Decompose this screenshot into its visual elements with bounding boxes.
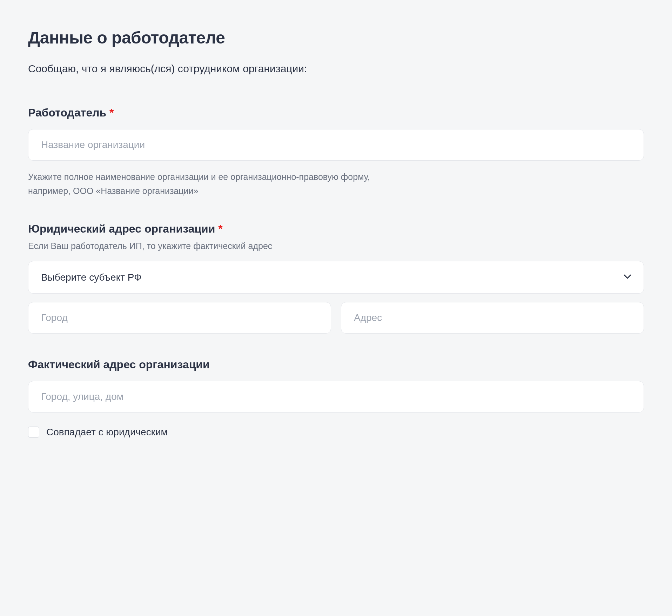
legal-address-sublabel: Если Ваш работодатель ИП, то укажите фак… xyxy=(28,241,644,251)
legal-address-label: Юридический адрес организации * xyxy=(28,222,644,235)
employer-field-group: Работодатель * Укажите полное наименован… xyxy=(28,106,644,198)
legal-address-label-text: Юридический адрес организации xyxy=(28,222,215,235)
employer-help-text: Укажите полное наименование организации … xyxy=(28,170,414,198)
employer-label-text: Работодатель xyxy=(28,106,106,119)
legal-address-field-group: Юридический адрес организации * Если Ваш… xyxy=(28,222,644,334)
employer-input[interactable] xyxy=(28,129,644,161)
actual-address-input[interactable] xyxy=(28,381,644,413)
city-input[interactable] xyxy=(28,302,331,334)
actual-address-label-text: Фактический адрес организации xyxy=(28,358,210,371)
same-as-legal-row: Совпадает с юридическим xyxy=(28,427,644,438)
same-as-legal-checkbox[interactable] xyxy=(28,427,39,438)
intro-text: Сообщаю, что я являюсь(лся) сотрудником … xyxy=(28,63,644,75)
actual-address-field-group: Фактический адрес организации Совпадает … xyxy=(28,358,644,438)
required-indicator: * xyxy=(218,222,222,235)
actual-address-label: Фактический адрес организации xyxy=(28,358,644,371)
subject-select[interactable]: Выберите субъект РФ xyxy=(28,261,644,294)
address-input[interactable] xyxy=(341,302,644,334)
city-address-row xyxy=(28,302,644,334)
subject-select-wrapper: Выберите субъект РФ xyxy=(28,261,644,294)
page-title: Данные о работодателе xyxy=(28,28,644,47)
required-indicator: * xyxy=(109,106,114,119)
employer-label: Работодатель * xyxy=(28,106,644,119)
same-as-legal-label: Совпадает с юридическим xyxy=(46,427,168,438)
